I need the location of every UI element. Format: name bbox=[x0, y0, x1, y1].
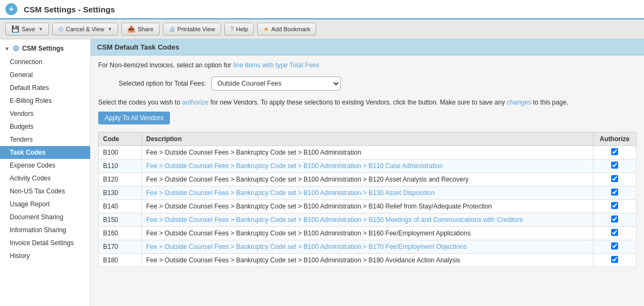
description-cell: Fee > Outside Counsel Fees > Bankruptcy … bbox=[142, 145, 593, 159]
table-row: B160Fee > Outside Counsel Fees > Bankrup… bbox=[99, 226, 636, 240]
code-cell: B110 bbox=[99, 159, 142, 172]
authorize-checkbox[interactable] bbox=[611, 256, 618, 263]
content-inner: For Non-itemized invoices, select an opt… bbox=[91, 55, 644, 273]
sidebar-item-budgets[interactable]: Budgets bbox=[0, 120, 90, 133]
description-cell: Fee > Outside Counsel Fees > Bankruptcy … bbox=[142, 240, 593, 253]
code-cell: B160 bbox=[99, 226, 142, 240]
description-cell: Fee > Outside Counsel Fees > Bankruptcy … bbox=[142, 186, 593, 199]
table-row: B140Fee > Outside Counsel Fees > Bankrup… bbox=[99, 199, 636, 213]
authorize-checkbox[interactable] bbox=[611, 215, 618, 222]
authorize-checkbox[interactable] bbox=[611, 202, 618, 209]
cancel-view-button[interactable]: ⊙ Cancel & View ▼ bbox=[52, 23, 118, 36]
sidebar-item-information-sharing[interactable]: Information Sharing bbox=[0, 224, 90, 237]
cancel-icon: ⊙ bbox=[58, 25, 64, 33]
share-icon: 📤 bbox=[127, 25, 135, 33]
code-cell: B100 bbox=[99, 145, 142, 159]
sidebar-item-expense-codes[interactable]: Expense Codes bbox=[0, 159, 90, 172]
sidebar-item-invoice-detail-settings[interactable]: Invoice Detail Settings bbox=[0, 237, 90, 249]
sidebar-item-general[interactable]: General bbox=[0, 68, 90, 81]
description-column-header: Description bbox=[142, 132, 593, 145]
authorize-cell[interactable] bbox=[593, 172, 636, 186]
authorize-cell[interactable] bbox=[593, 186, 636, 199]
sidebar-item-activity-codes[interactable]: Activity Codes bbox=[0, 172, 90, 185]
sidebar-item-vendors[interactable]: Vendors bbox=[0, 107, 90, 120]
authorize-cell[interactable] bbox=[593, 240, 636, 253]
authorize-checkbox[interactable] bbox=[611, 148, 618, 155]
code-cell: B150 bbox=[99, 213, 142, 226]
toolbar: 💾 Save ▼ ⊙ Cancel & View ▼ 📤 Share 🖨 Pri… bbox=[0, 19, 644, 39]
total-fees-row: Selected option for Total Fees: Outside … bbox=[98, 76, 636, 91]
add-icon[interactable]: + bbox=[5, 3, 17, 15]
table-row: B170Fee > Outside Counsel Fees > Bankrup… bbox=[99, 240, 636, 253]
code-column-header: Code bbox=[99, 132, 142, 145]
sidebar-item-history[interactable]: History bbox=[0, 249, 90, 262]
help-icon: ? bbox=[230, 25, 234, 33]
apply-all-vendors-button[interactable]: Apply To All Vendors bbox=[98, 112, 170, 124]
sidebar-section: ▼ ⚙ CSM Settings ConnectionGeneralDefaul… bbox=[0, 39, 90, 265]
sidebar-item-e-billing-roles[interactable]: E-Billing Roles bbox=[0, 94, 90, 107]
sidebar-item-usage-report[interactable]: Usage Report bbox=[0, 198, 90, 211]
description-cell: Fee > Outside Counsel Fees > Bankruptcy … bbox=[142, 199, 593, 213]
table-row: B150Fee > Outside Counsel Fees > Bankrup… bbox=[99, 213, 636, 226]
authorize-checkbox[interactable] bbox=[611, 242, 618, 249]
authorize-cell[interactable] bbox=[593, 159, 636, 172]
authorize-checkbox[interactable] bbox=[611, 229, 618, 236]
sidebar-header[interactable]: ▼ ⚙ CSM Settings bbox=[0, 41, 90, 55]
code-cell: B170 bbox=[99, 240, 142, 253]
sidebar: ▼ ⚙ CSM Settings ConnectionGeneralDefaul… bbox=[0, 39, 91, 306]
save-arrow-icon: ▼ bbox=[38, 26, 43, 32]
authorize-column-header: Authorize bbox=[593, 132, 636, 145]
chevron-down-icon: ▼ bbox=[4, 46, 10, 52]
table-row: B130Fee > Outside Counsel Fees > Bankrup… bbox=[99, 186, 636, 199]
sidebar-item-default-rates[interactable]: Default Rates bbox=[0, 81, 90, 94]
share-button[interactable]: 📤 Share bbox=[121, 23, 159, 36]
save-button[interactable]: 💾 Save ▼ bbox=[5, 23, 49, 36]
authorize-cell[interactable] bbox=[593, 253, 636, 267]
section-header: CSM Default Task Codes bbox=[91, 39, 644, 55]
cancel-arrow-icon: ▼ bbox=[107, 26, 112, 32]
table-row: B120Fee > Outside Counsel Fees > Bankrup… bbox=[99, 172, 636, 186]
main-layout: ▼ ⚙ CSM Settings ConnectionGeneralDefaul… bbox=[0, 39, 644, 306]
authorize-cell[interactable] bbox=[593, 226, 636, 240]
table-row: B110Fee > Outside Counsel Fees > Bankrup… bbox=[99, 159, 636, 172]
total-fees-select[interactable]: Outside Counsel Fees bbox=[211, 76, 341, 91]
authorize-checkbox[interactable] bbox=[611, 162, 618, 169]
content-area: CSM Default Task Codes For Non-itemized … bbox=[91, 39, 644, 306]
sidebar-item-non-us-tax-codes[interactable]: Non-US Tax Codes bbox=[0, 185, 90, 198]
description-cell: Fee > Outside Counsel Fees > Bankruptcy … bbox=[142, 253, 593, 267]
help-button[interactable]: ? Help bbox=[224, 23, 254, 36]
print-icon: 🖨 bbox=[169, 25, 175, 33]
save-icon: 💾 bbox=[11, 25, 19, 33]
task-codes-table: Code Description Authorize B100Fee > Out… bbox=[98, 132, 636, 267]
description-cell: Fee > Outside Counsel Fees > Bankruptcy … bbox=[142, 159, 593, 172]
description-text: For Non-itemized invoices, select an opt… bbox=[98, 61, 636, 70]
total-fees-label: Selected option for Total Fees: bbox=[98, 80, 206, 87]
authorize-checkbox[interactable] bbox=[611, 175, 618, 182]
authorize-cell[interactable] bbox=[593, 145, 636, 159]
authorize-cell[interactable] bbox=[593, 199, 636, 213]
sidebar-item-tenders[interactable]: Tenders bbox=[0, 133, 90, 146]
sidebar-header-label: CSM Settings bbox=[22, 45, 64, 52]
table-row: B100Fee > Outside Counsel Fees > Bankrup… bbox=[99, 145, 636, 159]
top-bar: + CSM Settings - Settings bbox=[0, 0, 644, 19]
code-cell: B140 bbox=[99, 199, 142, 213]
table-header-row: Code Description Authorize bbox=[99, 132, 636, 145]
code-cell: B120 bbox=[99, 172, 142, 186]
sidebar-item-document-sharing[interactable]: Document Sharing bbox=[0, 211, 90, 224]
star-icon: ★ bbox=[263, 25, 269, 33]
code-cell: B180 bbox=[99, 253, 142, 267]
description-cell: Fee > Outside Counsel Fees > Bankruptcy … bbox=[142, 172, 593, 186]
page-title: CSM Settings - Settings bbox=[24, 5, 115, 14]
printable-view-button[interactable]: 🖨 Printable View bbox=[163, 23, 221, 36]
bookmark-button[interactable]: ★ Add Bookmark bbox=[257, 23, 316, 36]
info-text: Select the codes you wish to authorize f… bbox=[98, 98, 636, 107]
authorize-checkbox[interactable] bbox=[611, 189, 618, 196]
settings-icon: ⚙ bbox=[12, 44, 19, 53]
description-cell: Fee > Outside Counsel Fees > Bankruptcy … bbox=[142, 226, 593, 240]
sidebar-item-connection[interactable]: Connection bbox=[0, 55, 90, 68]
description-cell: Fee > Outside Counsel Fees > Bankruptcy … bbox=[142, 213, 593, 226]
code-cell: B130 bbox=[99, 186, 142, 199]
sidebar-item-task-codes[interactable]: Task Codes bbox=[0, 146, 90, 159]
table-row: B180Fee > Outside Counsel Fees > Bankrup… bbox=[99, 253, 636, 267]
authorize-cell[interactable] bbox=[593, 213, 636, 226]
